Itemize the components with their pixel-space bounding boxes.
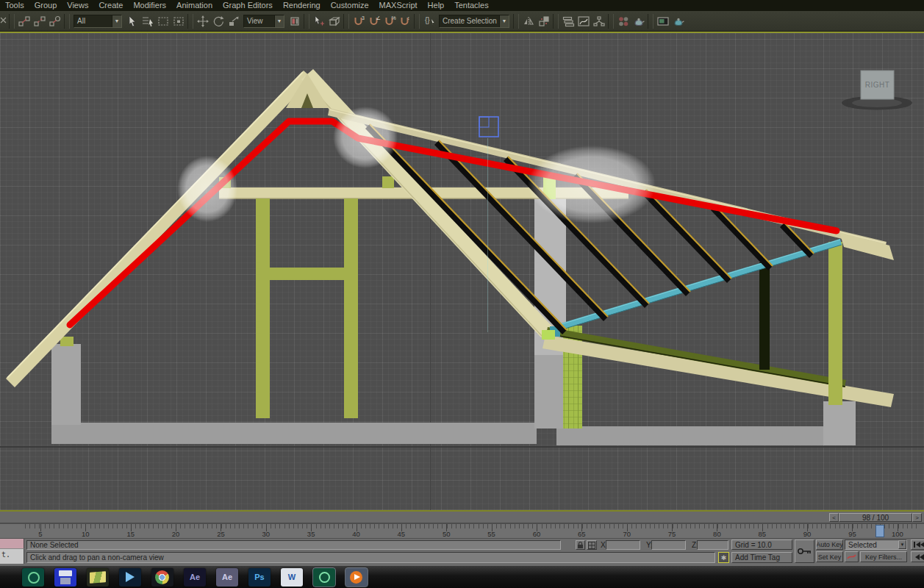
y-coordinate-field[interactable] [651, 540, 686, 550]
ruler-tick-label: 60 [533, 530, 541, 538]
select-and-rotate-icon[interactable] [210, 13, 226, 29]
chevron-down-icon[interactable]: ▼ [499, 15, 509, 27]
keyboard-shortcut-override-icon[interactable] [326, 13, 342, 29]
menu-graph-editors[interactable]: Graph Editors [218, 0, 278, 11]
taskbar-app-after-effects[interactable]: Ae [184, 568, 206, 587]
menu-views[interactable]: Views [62, 0, 93, 11]
highlight-ellipse-1 [177, 156, 237, 222]
taskbar-app-chrome[interactable] [151, 568, 173, 587]
named-selection-sets-dropdown[interactable]: Create Selection Set ▼ [439, 15, 509, 28]
view-cube[interactable]: RIGHT [842, 71, 912, 110]
menu-group[interactable]: Group [29, 0, 62, 11]
svg-text:%: % [391, 15, 395, 20]
right-post [828, 242, 842, 405]
menu-create[interactable]: Create [93, 0, 128, 11]
select-and-scale-icon[interactable] [226, 13, 241, 29]
z-coordinate-field[interactable] [697, 540, 728, 550]
absolute-offset-toggle[interactable] [587, 540, 597, 550]
chevron-down-icon[interactable]: ▼ [898, 540, 906, 549]
track-bar[interactable]: < 98 / 100 > [0, 512, 924, 523]
select-by-name-icon[interactable] [140, 13, 155, 29]
menu-tools[interactable]: Tools [0, 0, 29, 11]
auto-key-button[interactable]: Auto Key [816, 539, 843, 550]
chevron-down-icon[interactable]: ▼ [274, 15, 284, 27]
go-to-start-button[interactable] [911, 539, 924, 550]
unlink-selection-icon[interactable] [32, 13, 47, 29]
menu-maxscript[interactable]: MAXScript [374, 0, 423, 11]
layer-manager-icon[interactable] [560, 13, 576, 29]
reference-coordinate-system-dropdown[interactable]: View ▼ [243, 15, 284, 28]
mirror-icon[interactable] [520, 13, 536, 29]
percent-snap-toggle-icon[interactable]: % [382, 13, 397, 29]
spinner-snap-toggle-icon[interactable]: ↕ [397, 13, 412, 29]
time-slider-next-button[interactable]: > [912, 513, 922, 522]
go-to-start-icon [914, 542, 924, 548]
select-and-manipulate-icon[interactable] [311, 13, 326, 29]
ruler-tick-label: 100 [892, 530, 903, 538]
absolute-mode-icon [588, 542, 595, 549]
rectangular-selection-region-icon[interactable] [155, 13, 171, 29]
menu-tentacles[interactable]: Tentacles [449, 0, 493, 11]
set-key-button[interactable]: Set Key [816, 551, 843, 562]
menu-rendering[interactable]: Rendering [278, 0, 326, 11]
window-crossing-toggle-icon[interactable] [171, 13, 186, 29]
taskbar-app-map[interactable] [87, 568, 109, 587]
time-slider[interactable]: < 98 / 100 > [829, 513, 922, 522]
taskbar-app-after-effects-2[interactable]: Ae [216, 568, 238, 587]
ruler-major-ticks [24, 524, 920, 531]
menu-modifiers[interactable]: Modifiers [128, 0, 171, 11]
render-setup-icon[interactable] [631, 13, 646, 29]
selection-lock-toggle[interactable] [576, 540, 585, 550]
bind-to-space-warp-icon[interactable] [47, 13, 62, 29]
taskbar-app-photoshop[interactable]: Ps [248, 568, 271, 587]
taskbar-app-media-player-blue[interactable] [119, 568, 141, 587]
align-icon[interactable] [536, 13, 551, 29]
menu-animation[interactable]: Animation [171, 0, 218, 11]
schematic-view-icon[interactable] [591, 13, 606, 29]
use-pivot-point-center-icon[interactable] [287, 13, 302, 29]
macro-recorder-pane[interactable] [0, 539, 24, 549]
time-tag-icon[interactable]: ✱ [718, 552, 729, 563]
taskbar-app-camtasia-tray[interactable] [22, 568, 44, 587]
ruler-tick-label: 5 [38, 530, 42, 538]
default-tangent-button[interactable] [845, 551, 859, 562]
curve-editor-icon[interactable] [576, 13, 591, 29]
taskbar-app-word[interactable]: W [281, 568, 303, 587]
left-roof[interactable] [6, 69, 553, 387]
menu-customize[interactable]: Customize [326, 0, 374, 11]
mini-listener-pane[interactable]: t. [0, 549, 24, 564]
chevron-down-icon[interactable]: ▼ [112, 15, 121, 27]
main-toolbar: All ▼ View ▼ 3 ∠ % ↕ {} Create Selection… [0, 11, 924, 32]
toolbar-separator [513, 14, 519, 29]
set-key-mode-button[interactable] [795, 539, 814, 563]
time-slider-handle[interactable]: 98 / 100 [839, 513, 912, 522]
taskbar-app-camtasia-active[interactable] [313, 568, 335, 587]
taskbar-app-media-player-orange[interactable] [345, 568, 368, 587]
x-coordinate-field[interactable] [606, 540, 640, 550]
material-editor-icon[interactable] [615, 13, 631, 29]
rendered-frame-window-icon[interactable] [655, 13, 670, 29]
highlight-ellipse-3 [528, 146, 656, 223]
current-frame-marker[interactable] [875, 525, 884, 537]
menu-help[interactable]: Help [423, 0, 450, 11]
prompt-line: Click and drag to pan a non-camera view [26, 552, 715, 563]
add-time-tag[interactable]: Add Time Tag [731, 552, 792, 563]
select-and-link-icon[interactable] [16, 13, 32, 29]
select-object-icon[interactable] [124, 13, 140, 29]
selection-filter-dropdown[interactable]: All ▼ [74, 15, 122, 28]
edit-named-selection-sets-icon[interactable]: {} [421, 13, 437, 29]
timeline-ruler[interactable]: 5101520253035404550556065707580859095100 [0, 523, 924, 539]
viewport-right-view[interactable]: RIGHT [0, 32, 924, 512]
teal-purlin[interactable] [542, 239, 842, 340]
ruler-tick-label: 35 [307, 530, 315, 538]
quick-render-icon[interactable] [670, 13, 686, 29]
scene-canvas[interactable]: RIGHT [0, 33, 924, 510]
time-slider-prev-button[interactable]: < [829, 513, 839, 522]
highlight-ellipse-2 [333, 107, 398, 168]
taskbar-app-floppy-save[interactable] [54, 568, 76, 587]
angle-snap-toggle-icon[interactable]: ∠ [366, 13, 382, 29]
select-and-move-icon[interactable] [195, 13, 210, 29]
previous-frame-button[interactable] [911, 551, 924, 562]
snap-toggle-3d-icon[interactable]: 3 [351, 13, 366, 29]
key-filters-button[interactable]: Key Filters... [860, 551, 907, 562]
